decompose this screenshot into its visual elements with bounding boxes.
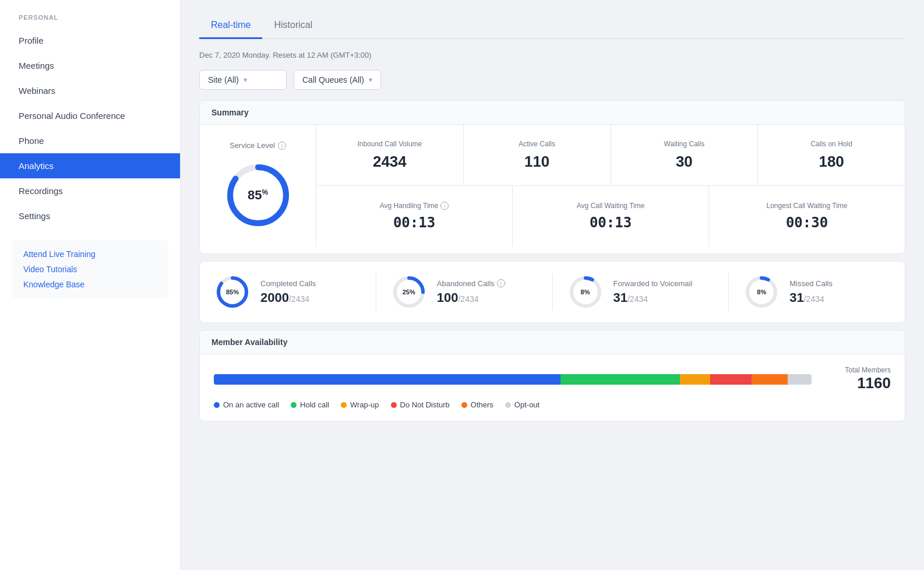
legend-label-hold-call: Hold call bbox=[300, 400, 329, 409]
member-availability-body: Total Members 1160 On an active call Hol… bbox=[200, 354, 905, 421]
summary-card: Summary Service Level i 85% bbox=[199, 100, 905, 254]
legend-dot-do-not-disturb bbox=[391, 402, 397, 408]
legend-dot-wrap-up bbox=[341, 402, 347, 408]
legend-item-on-active-call: On an active call bbox=[214, 400, 279, 409]
call-stats-card: 85% Completed Calls 2000/2434 25% Abando… bbox=[199, 261, 905, 323]
legend-item-do-not-disturb: Do Not Disturb bbox=[391, 400, 450, 409]
missed-calls-value: 31/2434 bbox=[789, 290, 833, 305]
metric-inbound-call-volume: Inbound Call Volume 2434 bbox=[316, 125, 464, 185]
metric-avg-call-waiting-time: Avg Call Waiting Time 00:13 bbox=[513, 186, 709, 247]
bar-segment-opt-out bbox=[788, 374, 812, 385]
metric-calls-on-hold: Calls on Hold 180 bbox=[758, 125, 905, 185]
legend-item-wrap-up: Wrap-up bbox=[341, 400, 379, 409]
call-queues-filter-label: Call Queues (All) bbox=[302, 75, 364, 85]
sidebar-link-attend-live-training[interactable]: Attend Live Training bbox=[23, 249, 157, 259]
legend-dot-on-active-call bbox=[214, 402, 220, 408]
forwarded-to-voicemail-donut: 8% bbox=[567, 273, 604, 311]
call-stat-completed-calls: 85% Completed Calls 2000/2434 bbox=[214, 273, 376, 311]
legend-dot-opt-out bbox=[505, 402, 511, 408]
metric-avg-handling-time: Avg Handling Time i 00:13 bbox=[316, 186, 513, 247]
metric-active-calls: Active Calls 110 bbox=[464, 125, 611, 185]
tab-historical[interactable]: Historical bbox=[262, 14, 324, 39]
sidebar-links: Attend Live Training Video Tutorials Kno… bbox=[12, 240, 168, 298]
service-level-value: 85% bbox=[248, 188, 268, 203]
call-stat-missed-calls: 8% Missed Calls 31/2434 bbox=[743, 273, 891, 311]
filters-row: Site (All) ▾ Call Queues (All) ▾ bbox=[199, 70, 905, 90]
availability-legend: On an active call Hold call Wrap-up Do N… bbox=[214, 400, 891, 409]
forwarded-to-voicemail-value: 31/2434 bbox=[613, 290, 693, 305]
site-filter-chevron-icon: ▾ bbox=[244, 76, 247, 84]
member-availability-header: Member Availability bbox=[200, 330, 905, 354]
sidebar-item-webinars[interactable]: Webinars bbox=[0, 78, 180, 103]
summary-header: Summary bbox=[200, 101, 905, 125]
sidebar-item-recordings[interactable]: Recordings bbox=[0, 178, 180, 203]
site-filter[interactable]: Site (All) ▾ bbox=[199, 70, 287, 90]
total-members-value: 1160 bbox=[857, 374, 891, 392]
legend-dot-hold-call bbox=[291, 402, 297, 408]
summary-metrics-container: Service Level i 85% bbox=[200, 125, 905, 247]
legend-label-do-not-disturb: Do Not Disturb bbox=[400, 400, 450, 409]
call-stat-forwarded-to-voicemail: 8% Forwarded to Voicemail 31/2434 bbox=[567, 273, 729, 311]
sidebar-section-label: PERSONAL bbox=[0, 14, 180, 21]
forwarded-to-voicemail-percent: 8% bbox=[581, 288, 590, 295]
metric-waiting-calls: Waiting Calls 30 bbox=[611, 125, 759, 185]
tab-real-time[interactable]: Real-time bbox=[199, 14, 262, 39]
metrics-top-row: Inbound Call Volume 2434 Active Calls 11… bbox=[316, 125, 905, 186]
avg-handling-time-info-icon: i bbox=[440, 202, 449, 210]
abandoned-calls-percent: 25% bbox=[403, 288, 415, 295]
missed-calls-donut: 8% bbox=[743, 273, 780, 311]
metrics-right: Inbound Call Volume 2434 Active Calls 11… bbox=[316, 125, 905, 247]
abandoned-calls-donut: 25% bbox=[390, 273, 428, 311]
tabs-container: Real-time Historical bbox=[199, 14, 905, 39]
completed-calls-donut: 85% bbox=[214, 273, 251, 311]
date-info: Dec 7, 2020 Monday. Resets at 12 AM (GMT… bbox=[199, 51, 905, 59]
bar-segment-others bbox=[752, 374, 788, 385]
call-stat-abandoned-calls: 25% Abandoned Callsi 100/2434 bbox=[390, 273, 553, 311]
service-level-label: Service Level i bbox=[230, 141, 286, 150]
total-members-box: Total Members 1160 bbox=[821, 366, 891, 392]
missed-calls-percent: 8% bbox=[757, 288, 766, 295]
sidebar-link-video-tutorials[interactable]: Video Tutorials bbox=[23, 265, 157, 274]
abandoned-calls-value: 100/2434 bbox=[437, 290, 505, 305]
sidebar-item-meetings[interactable]: Meetings bbox=[0, 53, 180, 78]
sidebar-item-phone[interactable]: Phone bbox=[0, 128, 180, 153]
metric-longest-call-waiting-time: Longest Call Waiting Time 00:30 bbox=[709, 186, 905, 247]
legend-dot-others bbox=[461, 402, 467, 408]
service-level-donut: 85% bbox=[223, 160, 293, 230]
bar-segment-hold-call bbox=[560, 374, 680, 385]
completed-calls-percent: 85% bbox=[226, 288, 239, 295]
abandoned-calls-info-icon: i bbox=[497, 279, 505, 287]
bar-segment-on-active-call bbox=[214, 374, 560, 385]
metrics-bottom-row: Avg Handling Time i 00:13 Avg Call Waiti… bbox=[316, 186, 905, 247]
legend-label-on-active-call: On an active call bbox=[223, 400, 279, 409]
availability-bar bbox=[214, 374, 812, 385]
sidebar-item-personal-audio-conference[interactable]: Personal Audio Conference bbox=[0, 103, 180, 128]
legend-item-others: Others bbox=[461, 400, 493, 409]
availability-bar-container: Total Members 1160 bbox=[214, 366, 891, 392]
missed-calls-title: Missed Calls bbox=[789, 279, 833, 288]
sidebar-link-knowledge-base[interactable]: Knowledge Base bbox=[23, 280, 157, 289]
call-queues-filter-chevron-icon: ▾ bbox=[369, 76, 372, 84]
legend-item-hold-call: Hold call bbox=[291, 400, 329, 409]
bar-segment-wrap-up bbox=[680, 374, 710, 385]
forwarded-to-voicemail-title: Forwarded to Voicemail bbox=[613, 279, 693, 288]
main-content: Real-time Historical Dec 7, 2020 Monday.… bbox=[181, 0, 924, 570]
service-level-box: Service Level i 85% bbox=[200, 125, 316, 247]
service-level-info-icon: i bbox=[278, 142, 286, 150]
bar-segment-do-not-disturb bbox=[710, 374, 752, 385]
legend-label-others: Others bbox=[471, 400, 493, 409]
member-availability-card: Member Availability Total Members 1160 O… bbox=[199, 330, 905, 421]
legend-item-opt-out: Opt-out bbox=[505, 400, 539, 409]
completed-calls-title: Completed Calls bbox=[260, 279, 316, 288]
site-filter-label: Site (All) bbox=[208, 75, 239, 85]
sidebar-item-analytics[interactable]: Analytics bbox=[0, 153, 180, 178]
legend-label-opt-out: Opt-out bbox=[514, 400, 539, 409]
sidebar: PERSONAL ProfileMeetingsWebinarsPersonal… bbox=[0, 0, 181, 570]
legend-label-wrap-up: Wrap-up bbox=[350, 400, 379, 409]
completed-calls-value: 2000/2434 bbox=[260, 290, 316, 305]
call-queues-filter[interactable]: Call Queues (All) ▾ bbox=[294, 70, 381, 90]
sidebar-item-profile[interactable]: Profile bbox=[0, 28, 180, 53]
abandoned-calls-title: Abandoned Callsi bbox=[437, 279, 505, 288]
total-members-label: Total Members bbox=[845, 366, 891, 374]
sidebar-item-settings[interactable]: Settings bbox=[0, 203, 180, 228]
